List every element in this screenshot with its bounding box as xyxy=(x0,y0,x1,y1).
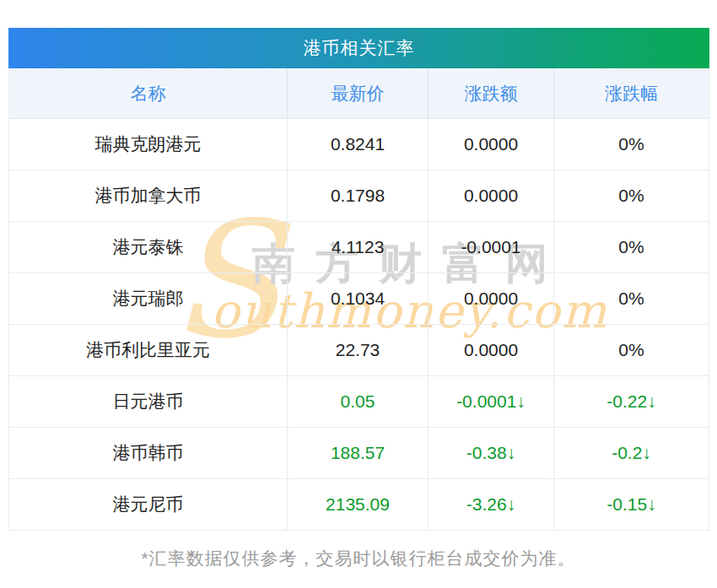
rates-table: S 南方财富网 outhmoney.com 港币相关汇率 名称 最新价 涨跌额 … xyxy=(8,28,709,531)
latest-price: 22.73 xyxy=(288,325,429,376)
change-percent: 0% xyxy=(554,273,709,325)
latest-price: 0.1034 xyxy=(288,273,429,325)
currency-pair-name: 港币韩币 xyxy=(8,428,288,479)
change-percent: 0% xyxy=(554,170,709,222)
currency-pair-name: 港币利比里亚元 xyxy=(8,325,288,376)
table-row: 港元尼币 2135.09 -3.26↓ -0.15↓ xyxy=(8,479,709,531)
column-header-price: 最新价 xyxy=(288,68,429,119)
latest-price: 0.1798 xyxy=(288,170,429,222)
page: S 南方财富网 outhmoney.com 港币相关汇率 名称 最新价 涨跌额 … xyxy=(0,0,717,588)
currency-pair-name: 港元泰铢 xyxy=(8,222,288,273)
column-header-pct: 涨跌幅 xyxy=(554,68,709,119)
change-amount: 0.0000 xyxy=(429,170,554,222)
change-amount: -0.0001 xyxy=(429,222,554,273)
latest-price: 0.8241 xyxy=(288,119,429,170)
table-row: 港币韩币 188.57 -0.38↓ -0.2↓ xyxy=(8,428,709,479)
latest-price: 4.1123 xyxy=(288,222,429,273)
table-title: 港币相关汇率 xyxy=(304,36,415,60)
latest-price: 0.05 xyxy=(288,376,429,428)
currency-pair-name: 瑞典克朗港元 xyxy=(8,119,288,170)
change-percent: -0.2↓ xyxy=(554,428,709,479)
change-percent: 0% xyxy=(554,222,709,273)
currency-pair-name: 港币加拿大币 xyxy=(8,170,288,222)
change-amount: -0.0001↓ xyxy=(429,376,554,428)
change-amount: -0.38↓ xyxy=(429,428,554,479)
change-percent: -0.22↓ xyxy=(554,376,709,428)
change-amount: 0.0000 xyxy=(429,273,554,325)
table-row: 瑞典克朗港元 0.8241 0.0000 0% xyxy=(8,119,709,170)
table-row: 港元泰铢 4.1123 -0.0001 0% xyxy=(8,222,709,273)
change-percent: 0% xyxy=(554,119,709,170)
latest-price: 2135.09 xyxy=(288,479,429,531)
column-header-change: 涨跌额 xyxy=(429,68,554,119)
latest-price: 188.57 xyxy=(288,428,429,479)
table-row: 日元港币 0.05 -0.0001↓ -0.22↓ xyxy=(8,376,709,428)
table-body: 瑞典克朗港元 0.8241 0.0000 0% 港币加拿大币 0.1798 0.… xyxy=(8,119,709,531)
table-header-row: 名称 最新价 涨跌额 涨跌幅 xyxy=(8,68,709,119)
table-row: 港币利比里亚元 22.73 0.0000 0% xyxy=(8,325,709,376)
change-amount: -3.26↓ xyxy=(429,479,554,531)
table-title-bar: 港币相关汇率 xyxy=(8,28,709,68)
change-amount: 0.0000 xyxy=(429,325,554,376)
table-grid: 名称 最新价 涨跌额 涨跌幅 瑞典克朗港元 0.8241 0.0000 0% 港… xyxy=(8,68,709,531)
footer-note: *汇率数据仅供参考，交易时以银行柜台成交价为准。 xyxy=(0,547,717,570)
change-percent: 0% xyxy=(554,325,709,376)
change-percent: -0.15↓ xyxy=(554,479,709,531)
table-row: 港元瑞郎 0.1034 0.0000 0% xyxy=(8,273,709,325)
currency-pair-name: 日元港币 xyxy=(8,376,288,428)
table-row: 港币加拿大币 0.1798 0.0000 0% xyxy=(8,170,709,222)
currency-pair-name: 港元尼币 xyxy=(8,479,288,531)
change-amount: 0.0000 xyxy=(429,119,554,170)
currency-pair-name: 港元瑞郎 xyxy=(8,273,288,325)
column-header-name: 名称 xyxy=(8,68,288,119)
